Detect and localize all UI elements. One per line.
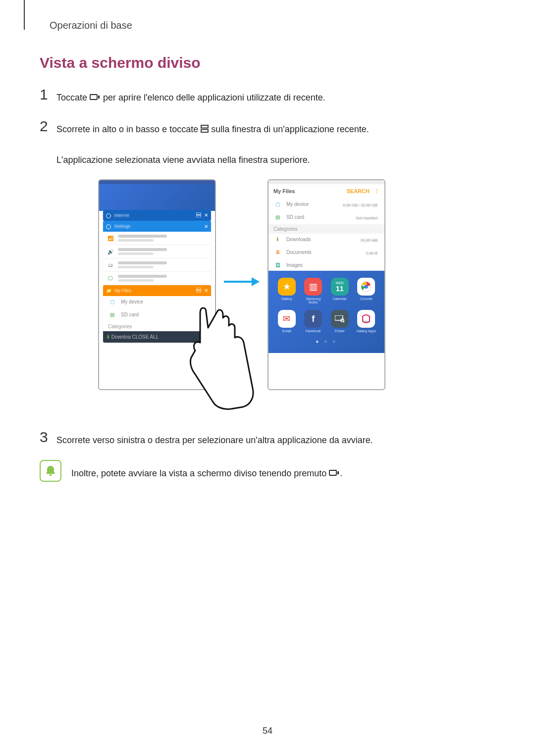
bell-icon <box>40 460 61 482</box>
app-calendar-label: Calendar <box>333 297 347 301</box>
step-2-text-after: sulla finestra di un'applicazione recent… <box>211 124 369 134</box>
sdcard-icon: ▤ <box>275 214 282 221</box>
recent-apps-icon <box>329 466 340 482</box>
step-1-text-after: per aprire l'elenco delle applicazioni u… <box>103 93 325 102</box>
documents-icon: 🗎 <box>275 250 282 256</box>
chrome-icon <box>357 278 375 296</box>
email-icon: ✉ <box>278 310 296 328</box>
svg-rect-1 <box>98 96 100 99</box>
svg-rect-7 <box>196 291 201 293</box>
illustration: Internet ✕ Settings ✕ <box>40 179 456 407</box>
pager-dots: ● ○ ○ <box>273 339 379 344</box>
step-1-number: 1 <box>40 86 56 103</box>
galaxy-apps-icon: Galaxy <box>357 310 375 328</box>
app-gallery-label: Gallery <box>281 297 292 301</box>
step-3-number: 3 <box>40 429 56 446</box>
arrow-icon <box>223 276 260 290</box>
device-icon: ▢ <box>275 202 282 208</box>
app-finder-label: Finder <box>335 329 345 333</box>
app-notes-label: Samsung Notes <box>301 297 325 304</box>
svg-text:Galaxy: Galaxy <box>362 320 370 323</box>
r-mydevice: My device <box>286 202 309 207</box>
file-mydevice: My device <box>121 299 143 304</box>
phone-right: My Files SEARCH ⋮ ▢My device 6.00 GB / 3… <box>268 179 385 390</box>
download-icon: ⬇ <box>106 334 110 340</box>
recent-app-2-label: Settings <box>114 224 131 229</box>
notes-icon: ▥ <box>304 278 322 296</box>
gear-icon <box>106 224 111 229</box>
svg-rect-17 <box>337 471 339 474</box>
device-icon: ▢ <box>110 299 117 306</box>
connections-icon: 📶 <box>107 235 114 242</box>
app-galaxy-label: Galaxy Apps <box>357 329 376 333</box>
r-sdcard: SD card <box>286 214 304 220</box>
r-images: Images <box>286 262 303 268</box>
breadcrumb: Operazioni di base <box>50 20 132 31</box>
svg-rect-4 <box>196 212 201 214</box>
r-documents: Documents <box>286 250 312 255</box>
phone-left: Internet ✕ Settings ✕ <box>98 179 216 390</box>
svg-rect-6 <box>196 288 201 290</box>
gallery-icon: ★ <box>278 278 296 296</box>
settings-display <box>118 275 167 278</box>
step-3: 3 Scorrete verso sinistra o destra per s… <box>40 429 456 448</box>
settings-connections <box>118 235 167 238</box>
split-icon <box>196 212 201 218</box>
recent-app-1-label: Internet <box>114 213 130 218</box>
folder-icon: 📁 <box>106 288 111 293</box>
myfiles-title: My Files <box>273 188 295 195</box>
step-1: 1 Toccate per aprire l'elenco delle appl… <box>40 86 456 106</box>
section-title: Vista a schermo diviso <box>40 54 456 71</box>
step-1-text-before: Toccate <box>56 93 90 102</box>
step-2: 2 Scorrete in alto o in basso e toccate … <box>40 118 456 168</box>
search-label: SEARCH <box>346 188 369 194</box>
calendar-icon: WED11 <box>331 278 349 296</box>
facebook-icon: f <box>304 310 322 328</box>
svg-rect-16 <box>329 470 336 475</box>
tip-note: Inoltre, potete avviare la vista a scher… <box>40 460 456 482</box>
step-2-number: 2 <box>40 118 56 135</box>
step-2-line2: L'applicazione selezionata viene avviata… <box>56 155 310 165</box>
split-view-icon <box>201 122 209 138</box>
r-downloads-info: 20.95 MB <box>361 238 377 243</box>
finder-icon <box>331 310 349 328</box>
globe-icon <box>106 213 111 218</box>
categories-label: Categories <box>103 322 211 331</box>
close-icon: ✕ <box>204 288 208 294</box>
download-icon: ⬇ <box>275 237 282 244</box>
r-documents-info: 0.00 B <box>366 251 377 255</box>
step-2-text-before: Scorrete in alto o in basso e toccate <box>56 124 201 134</box>
close-all-label: Downloa CLOSE ALL <box>111 334 159 340</box>
close-icon: ✕ <box>204 224 208 229</box>
svg-rect-5 <box>196 215 201 217</box>
r-downloads: Downloads <box>286 237 311 242</box>
r-mydevice-info: 6.00 GB / 32.00 GB <box>343 203 377 207</box>
page-number: 54 <box>263 726 272 736</box>
images-icon: 🖼 <box>275 262 282 269</box>
svg-line-14 <box>343 321 344 322</box>
svg-rect-2 <box>201 125 208 128</box>
step-3-text: Scorrete verso sinistra o destra per sel… <box>56 429 373 448</box>
notifications-icon: 🗂 <box>107 261 114 268</box>
sound-icon: 🔊 <box>107 248 114 255</box>
tip-text-after: . <box>340 468 342 478</box>
more-icon: ⋮ <box>374 188 379 194</box>
svg-rect-0 <box>90 95 97 100</box>
svg-rect-3 <box>201 129 208 132</box>
close-icon: ✕ <box>204 212 208 218</box>
r-sdcard-info: Not inserted <box>356 216 377 220</box>
tip-text-before: Inoltre, potete avviare la vista a scher… <box>71 468 329 478</box>
svg-marker-9 <box>252 277 260 286</box>
display-icon: 🖵 <box>107 275 114 282</box>
svg-rect-12 <box>335 315 343 320</box>
recent-app-3-label: My Files <box>115 288 132 293</box>
page-corner-mark <box>24 0 25 30</box>
split-icon <box>196 288 201 294</box>
app-email-label: Email <box>282 329 291 333</box>
app-facebook-label: Facebook <box>306 329 321 333</box>
categories-label-r: Categories <box>268 224 384 234</box>
app-chrome-label: Chrome <box>360 297 373 301</box>
settings-notifications <box>118 261 167 264</box>
sdcard-icon: ▤ <box>110 312 117 319</box>
settings-sounds <box>118 248 167 251</box>
